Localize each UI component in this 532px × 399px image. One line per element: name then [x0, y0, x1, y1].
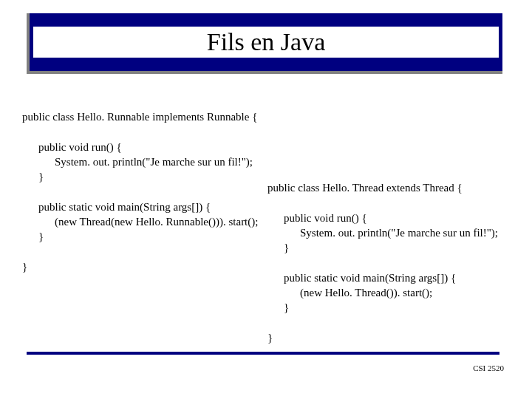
- code-line: public class Hello. Runnable implements …: [22, 111, 257, 123]
- code-line: }: [267, 240, 289, 255]
- code-line: }: [267, 300, 289, 315]
- code-line: public static void main(String args[]) {: [22, 200, 211, 214]
- code-line: System. out. println("Je marche sur un f…: [22, 154, 253, 169]
- code-block-thread: public class Hello. Thread extends Threa…: [267, 166, 498, 345]
- code-line: public void run() {: [267, 211, 367, 225]
- code-line: public static void main(String args[]) {: [267, 270, 456, 285]
- code-line: }: [22, 229, 44, 244]
- title-box: Fils en Java: [27, 13, 502, 74]
- code-line: (new Hello. Thread()). start();: [267, 285, 432, 300]
- code-line: (new Thread(new Hello. Runnable())). sta…: [22, 214, 258, 229]
- code-line: }: [22, 261, 27, 273]
- footer-label: CSI 2520: [473, 364, 504, 372]
- code-block-runnable: public class Hello. Runnable implements …: [22, 95, 258, 274]
- code-line: }: [22, 169, 44, 184]
- code-line: public void run() {: [22, 140, 122, 154]
- slide-title: Fils en Java: [33, 27, 499, 58]
- code-line: System. out. println("Je marche sur un f…: [267, 225, 498, 240]
- footer-divider: [27, 352, 499, 355]
- code-line: public class Hello. Thread extends Threa…: [267, 182, 463, 194]
- code-line: }: [267, 332, 273, 344]
